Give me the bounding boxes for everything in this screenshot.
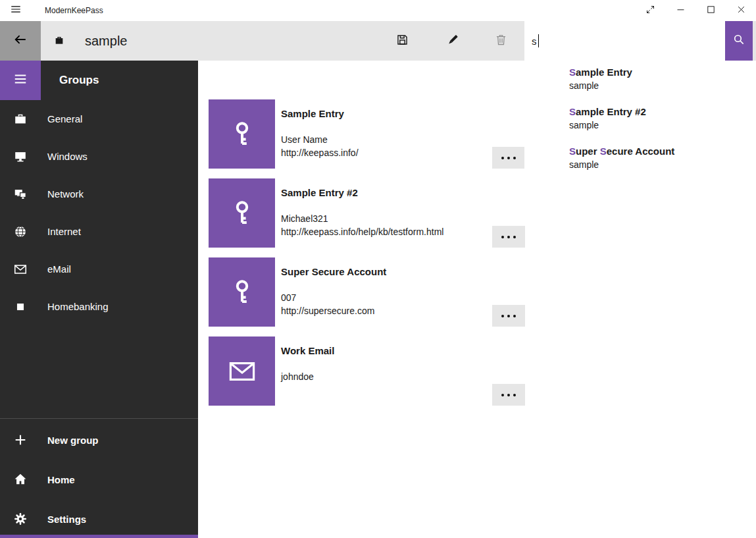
maximize-button[interactable] — [695, 0, 726, 21]
ellipsis-icon — [513, 157, 516, 159]
suggestion-title: Sample Entry #2 — [569, 105, 756, 119]
more-options-button[interactable] — [492, 305, 525, 327]
search-button[interactable] — [725, 21, 753, 61]
key-icon — [226, 198, 258, 229]
delete-button[interactable] — [485, 21, 517, 61]
globe-icon — [13, 225, 28, 239]
command-bar: sample s — [0, 21, 756, 61]
key-icon — [226, 277, 258, 308]
sidebar-item-new-group[interactable]: New group — [0, 420, 198, 460]
ellipsis-icon — [501, 315, 504, 317]
ellipsis-icon — [507, 236, 510, 238]
search-suggestion-item[interactable]: Sample Entry #2 sample — [524, 104, 756, 144]
ellipsis-icon — [501, 157, 504, 159]
entry-url: http://keepass.info/ — [281, 148, 359, 158]
sidebar-item-label: New group — [47, 435, 99, 446]
search-suggestion-item[interactable]: Super Secure Account sample — [524, 144, 756, 183]
minimize-button[interactable] — [665, 0, 695, 21]
suggestion-title: Sample Entry — [569, 66, 756, 79]
ellipsis-icon — [501, 394, 504, 396]
sidebar-item-label: Network — [47, 188, 84, 200]
entry-username: Michael321 — [281, 213, 328, 224]
sidebar-item-label: General — [47, 113, 82, 124]
sidebar-item-network[interactable]: Network — [0, 175, 198, 213]
sidebar-item-label: Homebanking — [47, 301, 109, 312]
save-button[interactable] — [386, 21, 418, 61]
groups-header: Groups — [59, 61, 99, 100]
suggestion-subtitle: sample — [569, 158, 756, 171]
search-icon — [732, 33, 745, 49]
titlebar-hamburger-button[interactable] — [0, 0, 32, 21]
entry-row[interactable]: Sample Entry User Name http://keepass.in… — [209, 99, 525, 169]
entry-list: Sample Entry User Name http://keepass.in… — [209, 99, 525, 416]
more-options-button[interactable] — [492, 384, 525, 406]
entry-username: 007 — [281, 292, 296, 303]
plus-icon — [13, 433, 28, 447]
sidebar-item-label: Windows — [47, 151, 88, 162]
home-icon — [13, 472, 28, 487]
entry-username: User Name — [281, 134, 328, 145]
entry-tile[interactable] — [209, 99, 275, 169]
trash-icon — [494, 33, 508, 49]
mail-icon — [13, 262, 28, 277]
group-list: General Windows Network Internet eMail H… — [0, 100, 198, 325]
search-value: s — [532, 36, 537, 47]
hamburger-icon — [13, 72, 28, 89]
sidebar-item-label: Internet — [47, 226, 81, 237]
sidebar: Groups General Windows Network Internet … — [0, 61, 198, 538]
app-title: ModernKeePass — [45, 6, 103, 15]
entry-row[interactable]: Sample Entry #2 Michael321 http://keepas… — [209, 178, 525, 248]
more-options-button[interactable] — [492, 226, 525, 248]
sidebar-hamburger-button[interactable] — [0, 61, 41, 100]
sidebar-actions: New group Home Settings — [0, 420, 198, 538]
window-controls — [635, 0, 756, 21]
titlebar: ModernKeePass — [0, 0, 756, 21]
entry-title: Sample Entry #2 — [281, 187, 358, 198]
fullscreen-button[interactable] — [635, 0, 665, 21]
edit-pencil-icon — [445, 33, 459, 49]
square-icon — [13, 300, 28, 314]
ellipsis-icon — [507, 394, 510, 396]
maximize-icon — [706, 5, 716, 17]
sidebar-divider — [0, 418, 198, 419]
entry-url: http://keepass.info/help/kb/testform.htm… — [281, 227, 443, 237]
suggestion-subtitle: sample — [569, 79, 756, 92]
entry-row[interactable]: Super Secure Account 007 http://supersec… — [209, 257, 525, 327]
ellipsis-icon — [507, 315, 510, 317]
close-button[interactable] — [726, 0, 756, 21]
briefcase-icon — [13, 112, 28, 126]
network-icon — [13, 187, 28, 202]
entry-tile[interactable] — [209, 336, 275, 406]
database-icon — [54, 36, 64, 46]
entry-tile[interactable] — [209, 257, 275, 327]
minimize-icon — [676, 5, 686, 17]
sidebar-item-homebanking[interactable]: Homebanking — [0, 288, 198, 325]
suggestion-subtitle: sample — [569, 119, 756, 132]
entry-row[interactable]: Work Email johndoe — [209, 336, 525, 406]
entry-tile[interactable] — [209, 178, 275, 248]
search-suggestion-item[interactable]: Sample Entry sample — [524, 65, 756, 104]
ellipsis-icon — [513, 236, 516, 238]
close-icon — [736, 5, 746, 17]
sidebar-item-email[interactable]: eMail — [0, 250, 198, 288]
sidebar-item-label: eMail — [47, 263, 71, 275]
entry-title: Sample Entry — [281, 108, 344, 119]
sidebar-item-general[interactable]: General — [0, 100, 198, 138]
key-icon — [226, 119, 258, 150]
accent-strip — [0, 535, 198, 538]
sidebar-item-label: Settings — [47, 514, 86, 525]
ellipsis-icon — [513, 315, 516, 317]
text-caret — [538, 34, 539, 47]
search-input[interactable]: s — [524, 21, 725, 61]
sidebar-item-internet[interactable]: Internet — [0, 213, 198, 250]
sidebar-item-settings[interactable]: Settings — [0, 499, 198, 538]
edit-button[interactable] — [436, 21, 468, 61]
database-title: sample — [85, 21, 127, 61]
search-suggestions: Sample Entry sample Sample Entry #2 samp… — [524, 61, 756, 183]
sidebar-item-windows[interactable]: Windows — [0, 138, 198, 175]
back-button[interactable] — [0, 21, 41, 61]
sidebar-item-home[interactable]: Home — [0, 460, 198, 499]
entry-username: johndoe — [281, 371, 314, 382]
mail-icon — [226, 356, 258, 387]
more-options-button[interactable] — [492, 147, 525, 169]
